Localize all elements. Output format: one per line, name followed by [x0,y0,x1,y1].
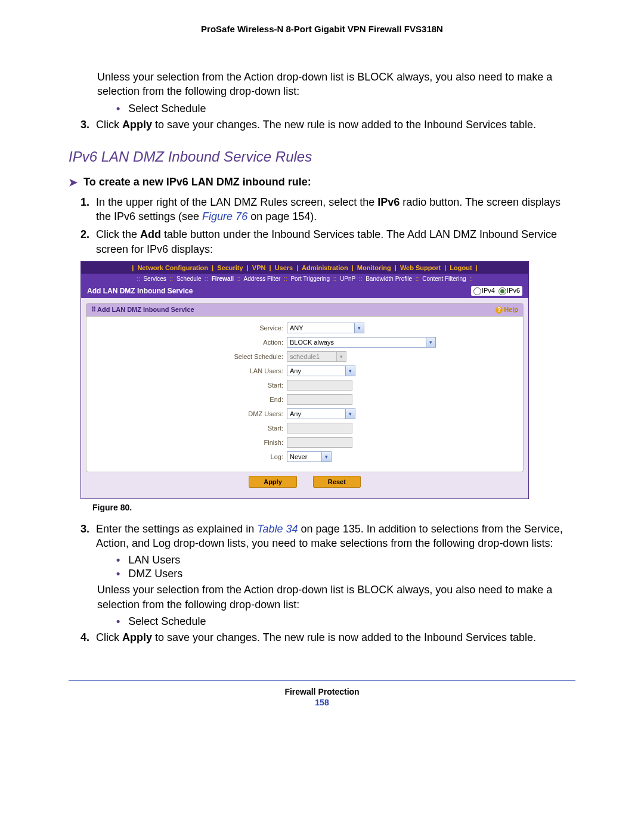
submenu-port-triggering[interactable]: Port Triggering [290,275,330,282]
start-label: Start: [98,382,287,389]
start-input [287,380,352,391]
ui-screenshot: | Network Configuration | Security | VPN… [80,261,529,499]
bullet-dmz-users: • DMZ Users [116,568,575,580]
unless-paragraph-2: Unless your selection from the Action dr… [97,583,575,612]
submenu-content-filtering[interactable]: Content Filtering [422,275,466,282]
chevron-down-icon: ▾ [321,452,331,462]
bullet-text: Select Schedule [128,103,206,115]
procedure-heading: ➤ To create a new IPv6 LAN DMZ inbound r… [69,176,575,189]
bullet-dot-icon: • [116,568,120,580]
chevron-down-icon: ▾ [426,337,435,347]
chevron-down-icon: ▾ [336,352,346,361]
bullet-lan-users: • LAN Users [116,554,575,566]
dmz-users-select[interactable]: Any ▾ [287,408,355,419]
bullet-dot-icon: • [116,554,120,566]
apply-button[interactable]: Apply [249,476,297,488]
ui-title: Add LAN DMZ Inbound Service [87,287,193,295]
submenu-schedule[interactable]: Schedule [177,275,202,282]
schedule-value: schedule1 [290,353,320,360]
menu-administration[interactable]: Administration [302,264,348,271]
sub-menu: :: Services :: Schedule :: Firewall :: A… [81,274,528,284]
apply-word: Apply [122,631,152,643]
footer-rule [69,680,575,681]
add-word: Add [140,228,161,240]
ip-version-toggle: IPv4 IPv6 [471,286,522,296]
step-number: 1. [80,195,96,224]
submenu-firewall[interactable]: Firewall [212,275,234,282]
step-text: on page 154). [247,210,317,222]
dmz-users-value: Any [290,410,301,417]
bullet-text: LAN Users [128,554,180,566]
finish-label: Finish: [98,439,287,446]
step-3-bottom: 3. Enter the settings as explained in Ta… [80,522,575,551]
submenu-bandwidth-profile[interactable]: Bandwidth Profile [366,275,412,282]
log-select[interactable]: Never ▾ [287,451,332,462]
log-label: Log: [98,453,287,460]
bullet-dot-icon: • [116,615,120,628]
step-1: 1. In the upper right of the LAN DMZ Rul… [80,195,575,224]
help-icon: ? [496,306,503,314]
section-title: IPv6 LAN DMZ Inbound Service Rules [69,148,575,165]
service-select[interactable]: ANY ▾ [287,323,364,333]
schedule-label: Select Schedule: [98,353,287,360]
service-label: Service: [98,324,287,332]
menu-monitoring[interactable]: Monitoring [357,264,391,271]
step-text: to save your changes. The new rule is no… [152,119,536,131]
chevron-down-icon: ▾ [354,323,364,333]
service-value: ANY [290,324,304,332]
step-number: 4. [80,630,96,645]
ipv6-radio[interactable] [499,287,506,295]
step-text: to save your changes. The new rule is no… [152,631,536,643]
footer-section-label: Firewall Protection [284,687,359,696]
menu-web-support[interactable]: Web Support [400,264,441,271]
step-4: 4. Click Apply to save your changes. The… [80,630,575,645]
menu-network[interactable]: Network Configuration [137,264,208,271]
lan-users-value: Any [290,367,301,374]
reset-button[interactable]: Reset [313,476,361,488]
page-footer: Firewall Protection 158 [69,687,575,707]
menu-vpn[interactable]: VPN [252,264,266,271]
apply-word: Apply [122,119,152,131]
step-2: 2. Click the Add table button under the … [80,227,575,256]
submenu-services[interactable]: Services [143,275,166,282]
submenu-upnp[interactable]: UPnP [340,275,355,282]
action-value: BLOCK always [290,339,334,346]
ipv6-label: IPv6 [507,287,520,294]
ipv4-radio[interactable] [473,287,481,295]
menu-logout[interactable]: Logout [450,264,472,271]
figure-caption: Figure 80. [92,503,575,512]
panel-title: Add LAN DMZ Inbound Service [97,306,194,313]
end-label: End: [98,396,287,403]
menu-security[interactable]: Security [217,264,243,271]
finish-input [287,437,352,448]
step-text: Click the [96,228,140,240]
action-select[interactable]: BLOCK always ▾ [287,337,436,348]
intro-paragraph: Unless your selection from the Action dr… [97,70,575,99]
step-text: In the upper right of the LAN DMZ Rules … [96,196,377,208]
action-label: Action: [98,339,287,346]
grid-icon: ⠿ [91,306,95,313]
menu-users[interactable]: Users [275,264,293,271]
procedure-heading-text: To create a new IPv6 LAN DMZ inbound rul… [83,176,311,188]
lan-users-label: LAN Users: [98,367,287,374]
page-number: 158 [69,698,575,707]
submenu-address-filter[interactable]: Address Filter [244,275,281,282]
help-link[interactable]: ?Help [496,306,518,314]
step-number: 3. [80,117,96,132]
step-text: Click [96,119,122,131]
bullet-select-schedule: • Select Schedule [116,103,575,115]
bullet-text: Select Schedule [128,615,206,628]
document-header: ProSafe Wireless-N 8-Port Gigabit VPN Fi… [69,24,575,34]
step-text: table button under the Inbound Services … [96,228,557,255]
log-value: Never [290,453,307,460]
figure-76-link[interactable]: Figure 76 [202,210,247,222]
ipv6-word: IPv6 [377,196,400,208]
step-text: Click [96,631,122,643]
step-3-top: 3. Click Apply to save your changes. The… [80,117,575,132]
step-number: 2. [80,227,96,256]
step-text: Enter the settings as explained in [96,523,257,535]
dmz-users-label: DMZ Users: [98,410,287,417]
chevron-down-icon: ▾ [345,366,355,376]
table-34-link[interactable]: Table 34 [257,523,298,535]
lan-users-select[interactable]: Any ▾ [287,366,355,376]
